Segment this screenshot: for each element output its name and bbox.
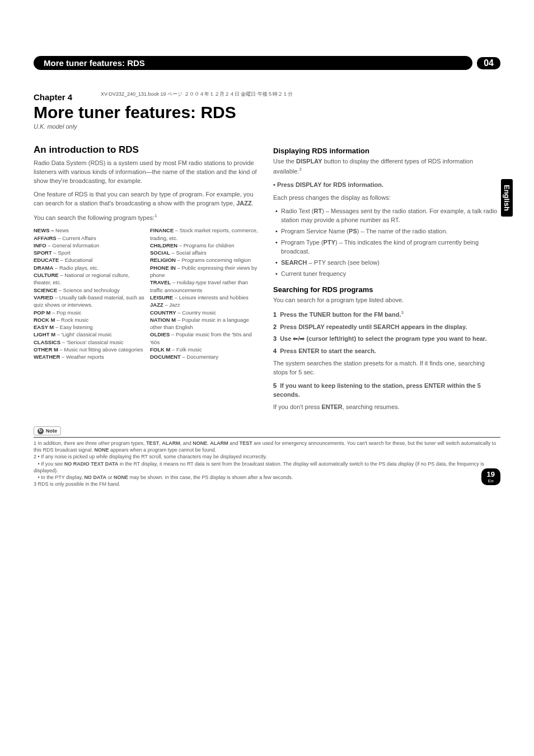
note-2c: • In the PTY display, NO DATA or NONE ma… xyxy=(34,474,500,481)
note-1: 1 In addition, there are three other pro… xyxy=(34,440,500,453)
note-label: Note xyxy=(34,426,61,435)
language-tab: English xyxy=(501,179,513,217)
intro-p1: Radio Data System (RDS) is a system used… xyxy=(34,159,261,186)
main-title: More tuner features: RDS xyxy=(34,103,500,122)
note-3: 3 RDS is only possible in the FM band. xyxy=(34,481,500,487)
list-item: Radio Text (RT) – Messages sent by the r… xyxy=(275,207,500,225)
note-box: Note 1 In addition, there are three othe… xyxy=(34,426,500,487)
list-item: SEARCH – PTY search (see below) xyxy=(275,259,500,267)
search-p1: You can search for a program type listed… xyxy=(273,296,500,305)
intro-heading: An introduction to RDS xyxy=(34,144,261,156)
header-title: More tuner features: RDS xyxy=(34,56,472,70)
subtitle: U.K. model only xyxy=(34,123,500,130)
step-4: 4Press ENTER to start the search. xyxy=(273,347,500,356)
note-2a: 2 • If any noise is picked up while disp… xyxy=(34,453,500,460)
note-divider xyxy=(34,437,500,438)
intro-p2: One feature of RDS is that you can searc… xyxy=(34,190,261,208)
step-2: 2Press DISPLAY repeatedly until SEARCH a… xyxy=(273,323,500,332)
step-4-p: The system searches the station presets … xyxy=(273,359,500,377)
search-heading: Searching for RDS programs xyxy=(273,285,500,294)
display-p1: Use the DISPLAY button to display the di… xyxy=(273,157,500,176)
step-5: 5If you want to keep listening to the st… xyxy=(273,382,500,400)
program-types-left: NEWS – News AFFAIRS – Current Affairs IN… xyxy=(34,227,144,360)
step-5-p: If you don't press ENTER, searching resu… xyxy=(273,403,500,412)
page-number: 19 En xyxy=(481,468,500,485)
display-heading: Displaying RDS information xyxy=(273,147,500,155)
list-item: Current tuner frequency xyxy=(275,270,500,279)
program-types: NEWS – News AFFAIRS – Current Affairs IN… xyxy=(34,227,261,360)
header-number: 04 xyxy=(477,57,500,69)
list-item: Program Service Name (PS) – The name of … xyxy=(275,227,500,236)
list-item: Program Type (PTY) – This indicates the … xyxy=(275,238,500,256)
spine-note: XV-DV232_240_131.book 19 ページ ２００４年１２月２４日… xyxy=(101,91,293,98)
display-sub: Each press changes the display as follow… xyxy=(273,194,500,203)
intro-p3: You can search the following program typ… xyxy=(34,213,261,223)
program-types-right: FINANCE – Stock market reports, commerce… xyxy=(150,227,261,360)
step-1: 1Press the TUNER button for the FM band.… xyxy=(273,309,500,320)
note-2b: • If you see NO RADIO TEXT DATA in the R… xyxy=(34,461,500,474)
display-main-bullet: • Press DISPLAY for RDS information. xyxy=(273,181,500,190)
display-list: Radio Text (RT) – Messages sent by the r… xyxy=(273,207,500,279)
header-bar: More tuner features: RDS 04 xyxy=(34,56,500,70)
step-3: 3Use ⬅/➡ (cursor left/right) to select t… xyxy=(273,335,500,344)
